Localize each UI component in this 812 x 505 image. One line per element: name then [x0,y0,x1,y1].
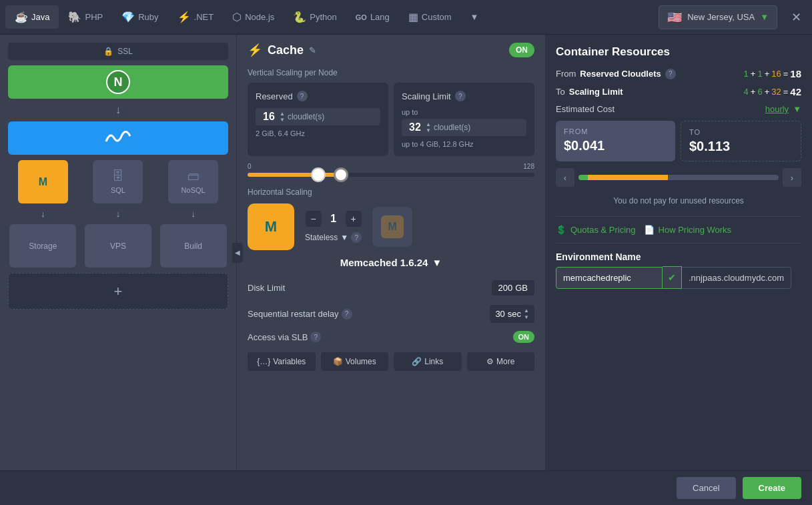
reserved-unit: cloudlet(s) [288,112,324,121]
memcached-version-selector[interactable]: Memcached 1.6.24 ▼ [237,250,545,275]
memcached-db-icon[interactable]: M [18,160,68,203]
nosql-icon[interactable]: 🗃 NoSQL [168,160,218,203]
ssl-bar[interactable]: 🔒 SSL [8,43,228,60]
disk-value[interactable]: 200 GB [492,280,535,296]
volumes-button[interactable]: 📦 Volumes [321,352,389,371]
links-icon: 🔗 [412,357,422,366]
node-count-value: 1 [327,213,340,225]
close-icon: ✕ [791,10,801,25]
separator [556,216,801,217]
tab-lang[interactable]: GO Lang [346,7,399,27]
slider-fill [248,173,348,177]
storage-icon[interactable]: Storage [9,224,76,268]
scaling-limit-arrows[interactable]: ▲ ▼ [426,122,431,133]
restart-help-icon[interactable]: ? [342,309,352,320]
increase-count-button[interactable]: + [346,211,362,227]
volumes-icon: 📦 [333,357,343,366]
env-name-input[interactable] [556,267,663,289]
memcached-m-logo-small: M [31,171,54,193]
cost-nav-right-button[interactable]: › [783,168,801,187]
cost-bar-row: ‹ › [556,168,801,187]
upto-label: up to [402,108,526,116]
scaling-limit-input: 32 ▲ ▼ cloudlet(s) [402,119,526,136]
version-label: Memcached 1.6.24 [340,257,428,268]
reserved-help-icon[interactable]: ? [297,91,308,101]
tab-custom[interactable]: ▦ Custom [399,5,461,29]
memcached-m-logo: M [256,211,286,242]
cost-dropdown-icon[interactable]: ▼ [793,104,801,114]
disk-unit: GB [515,283,528,293]
nodejs-icon: ⬡ [232,11,242,23]
how-pricing-works-link[interactable]: 📄 How Pricing Works [644,225,732,235]
scaling-limit-box: Scaling Limit ? up to 32 ▲ ▼ cloudlet(s)… [394,83,534,156]
stateless-select[interactable]: Stateless ▼ ? [305,232,362,243]
tab-python[interactable]: 🐍 Python [284,5,346,29]
links-button[interactable]: 🔗 Links [394,352,462,371]
slider-thumb-reserved[interactable] [311,167,326,182]
from-values: 1 + 1 + 16 = 18 [744,68,801,79]
tab-java[interactable]: ☕ Java [5,5,59,29]
scaling-limit-help-icon[interactable]: ? [455,91,466,101]
memcached-block[interactable] [8,121,228,155]
quotas-pricing-link[interactable]: 💲 Quotas & Pricing [556,225,636,235]
cost-bar [578,175,779,180]
python-icon: 🐍 [293,11,306,23]
restart-arrows[interactable]: ▲ ▼ [524,308,529,320]
slider-max: 128 [523,163,534,170]
close-button[interactable]: ✕ [785,7,807,28]
from-reserved-row: From Reserved Cloudlets ? 1 + 1 + 16 = 1… [556,68,801,79]
cost-bar-orange [588,175,668,180]
collapse-panel-button[interactable]: ◀ [232,243,243,263]
access-help-icon[interactable]: ? [310,332,321,342]
ghost-m-logo: M [381,215,404,238]
slider-track[interactable] [248,173,534,177]
more-button[interactable]: ⚙ More [467,352,535,371]
vps-icon[interactable]: VPS [85,224,151,268]
region-flag: 🇺🇸 [667,10,682,25]
horizontal-scaling-content: M − 1 + Stateless ▼ ? M [248,203,534,250]
add-environment-button[interactable]: + [8,273,228,310]
tab-more-dropdown[interactable]: ▼ [461,7,488,27]
scaling-limit-unit: cloudlet(s) [434,123,470,132]
hourly-link[interactable]: hourly [765,104,789,114]
from-label: From [556,69,576,79]
build-icon[interactable]: Build [160,224,227,268]
to-values: 4 + 6 + 32 = 42 [744,86,801,97]
reserved-arrows[interactable]: ▲ ▼ [280,111,285,123]
horizontal-scaling-section: Horizontal Scaling M − 1 + Stateless ▼ ? [237,179,545,250]
reserved-title: Reserved ? [256,91,380,101]
plus-icon: + [114,283,123,300]
reserved-box: Reserved ? 16 ▲ ▼ cloudlet(s) 2 GiB, 6.4… [248,83,388,156]
region-label: New Jersey, USA [687,12,755,22]
access-toggle[interactable]: ON [513,331,535,343]
access-slb-section: Access via SLB ? ON [237,327,545,347]
java-icon: ☕ [15,11,28,23]
variables-button[interactable]: {…} Variables [248,352,316,371]
nginx-block[interactable]: N [8,65,228,99]
decrease-count-button[interactable]: − [306,211,322,227]
create-button[interactable]: Create [743,477,801,499]
links-row: 💲 Quotas & Pricing 📄 How Pricing Works [556,225,801,235]
sql-icon-symbol: 🗄 [112,169,124,183]
restart-value[interactable]: 30 sec ▲ ▼ [490,305,534,323]
slider-thumb-scaling[interactable] [334,167,348,182]
to-total: 42 [790,86,801,97]
to-price-card: TO $0.113 [681,121,801,161]
reserved-cloudlets-help[interactable]: ? [665,69,676,79]
tab-ruby[interactable]: 💎 Ruby [112,5,167,29]
cancel-button[interactable]: Cancel [677,477,735,499]
tab-nodejs[interactable]: ⬡ Node.js [223,5,284,29]
version-dropdown-icon: ▼ [432,257,442,268]
cost-nav-left-button[interactable]: ‹ [556,168,574,187]
region-selector[interactable]: 🇺🇸 New Jersey, USA ▼ [659,5,777,29]
sql-icon[interactable]: 🗄 SQL [93,160,143,203]
edit-icon[interactable]: ✎ [309,45,316,55]
cache-toggle[interactable]: ON [509,43,534,57]
to-price-value: $0.113 [689,139,793,154]
from-price-card: FROM $0.041 [556,121,675,161]
stateless-help-icon[interactable]: ? [351,232,362,243]
scaling-limit-title: Scaling Limit ? [402,91,526,101]
tab-php[interactable]: 🐘 PHP [59,5,112,29]
tab-dotnet[interactable]: ⚡ .NET [168,5,224,29]
restart-label: Sequential restart delay ? [248,309,490,320]
